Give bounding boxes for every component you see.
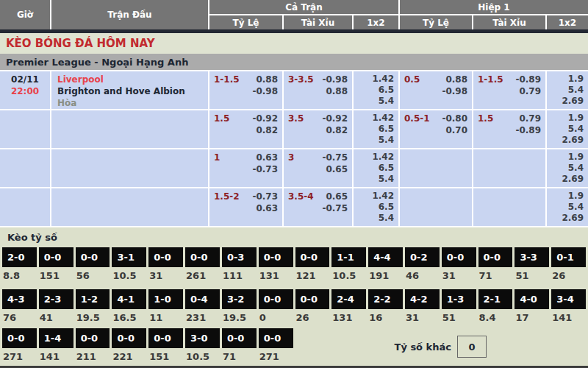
score-odds[interactable]: 271 [259, 348, 293, 363]
full-overunder-cell-odds-bottom[interactable]: 0.88 [322, 85, 348, 97]
score-odds[interactable]: 46 [405, 267, 440, 282]
score-odds[interactable]: 191 [368, 267, 403, 282]
score-bet-cell[interactable]: 0-026 [295, 289, 330, 324]
full-handicap-cell-odds-bottom[interactable]: -0.73 [252, 163, 278, 175]
score-box[interactable]: 0-0 [259, 328, 293, 348]
half-1x2-cell-odds-1[interactable]: 5.4 [551, 163, 584, 174]
score-bet-cell[interactable]: 0-031 [442, 247, 476, 282]
score-odds[interactable]: 16.5 [112, 309, 146, 324]
score-box[interactable]: 2-4 [331, 289, 366, 309]
score-bet-cell[interactable]: 0-0261 [185, 247, 220, 282]
full-handicap-cell-odds-bottom[interactable]: 0.63 [252, 202, 278, 214]
full-1x2-cell-odds-0[interactable]: 1.42 [358, 191, 394, 202]
score-box[interactable]: 0-0 [442, 247, 476, 267]
score-odds[interactable]: 271 [2, 348, 37, 363]
half-overunder-cell-odds-bottom[interactable]: -0.89 [515, 124, 541, 136]
score-odds[interactable]: 261 [185, 267, 220, 282]
score-odds[interactable]: 31 [405, 309, 440, 324]
score-bet-cell[interactable]: 0-0271 [259, 328, 293, 363]
score-bet-cell[interactable]: 0-00 [259, 289, 293, 324]
score-box[interactable]: 0-1 [551, 247, 586, 267]
score-bet-cell[interactable]: 4-017 [514, 289, 549, 324]
half-overunder-cell-odds-top[interactable]: -0.89 [515, 74, 541, 85]
full-1x2-cell-odds-0[interactable]: 1.42 [358, 113, 394, 124]
score-box[interactable]: 0-2 [405, 247, 440, 267]
full-1x2-cell-odds-2[interactable]: 5.4 [358, 174, 394, 185]
half-1x2-cell-odds-1[interactable]: 5.4 [551, 85, 584, 96]
full-overunder-cell-odds-top[interactable]: -0.92 [322, 113, 348, 124]
half-1x2-cell-odds-2[interactable]: 2.69 [551, 174, 584, 185]
full-overunder-cell-odds-bottom[interactable]: 0.82 [322, 124, 348, 136]
score-bet-cell[interactable]: 3-219.5 [222, 289, 257, 324]
score-box[interactable]: 3-3 [514, 247, 549, 267]
half-1x2-cell-odds-0[interactable]: 1.9 [551, 113, 584, 124]
score-bet-cell[interactable]: 0-0271 [2, 328, 37, 363]
score-box[interactable]: 0-0 [259, 289, 293, 309]
full-handicap-cell-odds-top[interactable]: 0.63 [252, 152, 278, 163]
half-handicap-cell-odds-bottom[interactable]: 0.70 [442, 124, 467, 136]
score-bet-cell[interactable]: 2-216 [368, 289, 403, 324]
score-bet-cell[interactable]: 1-011 [148, 289, 183, 324]
score-odds[interactable]: 51 [514, 267, 549, 282]
score-odds[interactable]: 26 [295, 309, 330, 324]
score-box[interactable]: 0-0 [148, 247, 183, 267]
full-1x2-cell-odds-1[interactable]: 6.5 [358, 85, 394, 96]
score-box[interactable]: 0-0 [76, 247, 110, 267]
score-box[interactable]: 0-0 [76, 328, 110, 348]
score-bet-cell[interactable]: 4-376 [2, 289, 37, 324]
score-odds[interactable]: 10.5 [112, 267, 146, 282]
score-bet-cell[interactable]: 0-071 [222, 328, 257, 363]
score-box[interactable]: 0-0 [185, 247, 220, 267]
score-box[interactable]: 0-0 [259, 247, 293, 267]
score-odds[interactable]: 8.4 [478, 309, 513, 324]
score-bet-cell[interactable]: 2-18.4 [478, 289, 513, 324]
score-odds[interactable]: 19.5 [222, 309, 257, 324]
score-odds[interactable]: 56 [76, 267, 110, 282]
score-box[interactable]: 0-0 [478, 247, 513, 267]
score-box[interactable]: 0-0 [112, 328, 146, 348]
score-box[interactable]: 0-0 [2, 328, 37, 348]
score-box[interactable]: 2-3 [39, 289, 74, 309]
score-bet-cell[interactable]: 0-031 [148, 247, 183, 282]
score-box[interactable]: 1-4 [39, 328, 74, 348]
score-box[interactable]: 2-1 [478, 289, 513, 309]
score-bet-cell[interactable]: 1-110.5 [331, 247, 366, 282]
score-odds[interactable]: 151 [39, 267, 74, 282]
score-bet-cell[interactable]: 0-0121 [295, 247, 330, 282]
score-bet-cell[interactable]: 0-056 [76, 247, 110, 282]
half-1x2-cell-odds-2[interactable]: 2.69 [551, 213, 584, 224]
score-odds[interactable]: 10.5 [331, 267, 366, 282]
score-odds[interactable]: 131 [331, 309, 366, 324]
home-team-name[interactable]: Liverpool [57, 74, 204, 85]
score-odds[interactable]: 31 [442, 267, 476, 282]
half-overunder-cell-odds-top[interactable]: 0.79 [515, 113, 541, 124]
score-box[interactable]: 0-0 [222, 328, 257, 348]
score-box[interactable]: 3-1 [112, 247, 146, 267]
score-bet-cell[interactable]: 0-246 [405, 247, 440, 282]
score-odds[interactable]: 41 [39, 309, 74, 324]
score-bet-cell[interactable]: 0-0131 [259, 247, 293, 282]
half-1x2-cell-odds-0[interactable]: 1.9 [551, 191, 584, 202]
full-overunder-cell-odds-top[interactable]: -0.75 [322, 152, 348, 163]
score-bet-cell[interactable]: 0-0151 [39, 247, 74, 282]
score-box[interactable]: 0-0 [148, 328, 183, 348]
score-odds[interactable]: 10.5 [185, 348, 220, 363]
half-1x2-cell-odds-2[interactable]: 2.69 [551, 96, 584, 107]
score-odds[interactable]: 17 [514, 309, 549, 324]
score-box[interactable]: 3-2 [222, 289, 257, 309]
score-box[interactable]: 1-0 [148, 289, 183, 309]
half-1x2-cell-odds-0[interactable]: 1.9 [551, 74, 584, 85]
full-handicap-cell-odds-bottom[interactable]: -0.98 [252, 85, 278, 97]
half-handicap-cell-odds-top[interactable]: -0.80 [442, 113, 467, 124]
score-odds[interactable]: 8.8 [2, 267, 37, 282]
away-team-name[interactable]: Brighton and Hove Albion [57, 85, 204, 97]
score-bet-cell[interactable]: 4-4191 [368, 247, 403, 282]
score-bet-cell[interactable]: 0-0221 [112, 328, 146, 363]
score-bet-cell[interactable]: 0-4231 [185, 289, 220, 324]
score-bet-cell[interactable]: 0-3111 [222, 247, 257, 282]
score-box[interactable]: 4-0 [514, 289, 549, 309]
score-odds[interactable]: 71 [478, 267, 513, 282]
league-header[interactable]: Premier League - Ngoại Hạng Anh [0, 54, 588, 70]
score-box[interactable]: 0-0 [295, 247, 330, 267]
score-bet-cell[interactable]: 0-126 [551, 247, 586, 282]
